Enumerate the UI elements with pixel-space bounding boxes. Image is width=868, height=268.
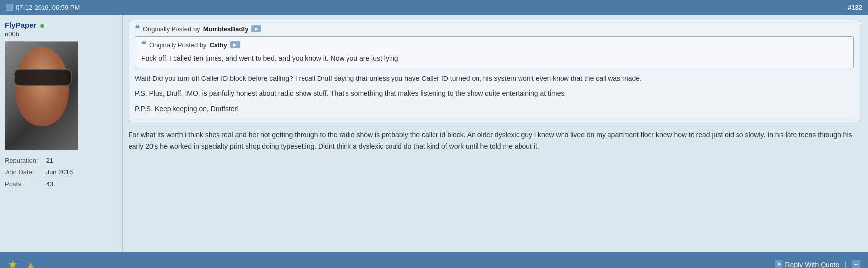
quote-mumblesbadly: ❝ Originally Posted by MumblesBadly ▶ ❝ … (129, 20, 860, 122)
quote-cathy: ❝ Originally Posted by Cathy ▶ Fuck off.… (135, 36, 854, 68)
reputation-value: 21 (46, 157, 53, 164)
post-paragraph-external: For what its worth i think shes real and… (129, 129, 860, 152)
user-rank: n00b (5, 30, 117, 38)
footer-right: ❝ Reply With Quote | + (775, 260, 860, 268)
post-paragraph-ps: P.S. Plus, Druff, IMO, is painfully hone… (135, 88, 854, 99)
post-paragraph-main: Wait! Did you turn off Caller ID block b… (135, 73, 854, 84)
username-row: FlyPaper (5, 21, 117, 29)
quote-outer-author: MumblesBadly (203, 25, 249, 33)
reply-quote-label: Reply With Quote (785, 261, 840, 268)
quote-outer-prefix: Originally Posted by (143, 25, 200, 33)
quote-outer-mark: ❝ (135, 24, 140, 33)
avatar (5, 41, 78, 150)
footer-divider: | (844, 260, 847, 268)
join-date-row: Join Date: Jun 2016 (5, 166, 117, 178)
post-body: FlyPaper n00b Reputation: 21 Join Date: … (0, 15, 868, 252)
quote-inner-author: Cathy (210, 41, 227, 49)
quote-inner-mark: ❝ (141, 40, 146, 49)
username[interactable]: FlyPaper (5, 21, 36, 29)
post-content: ❝ Originally Posted by MumblesBadly ▶ ❝ … (123, 15, 868, 252)
online-indicator (40, 24, 44, 28)
quote-inner-prefix: Originally Posted by (149, 41, 207, 49)
warn-button[interactable]: ▲ (26, 259, 36, 268)
posts-label: Posts: (5, 178, 44, 190)
reputation-row: Reputation: 21 (5, 155, 117, 166)
post-header: 07-12-2016, 06:59 PM #132 (0, 0, 868, 15)
post-footer: ★ ▲ ❝ Reply With Quote | + (0, 252, 868, 268)
post-type-icon (6, 4, 13, 11)
post-paragraph-pps: P.P.S. Keep keeping on, Druffster! (135, 103, 854, 114)
posts-value: 43 (46, 180, 53, 188)
add-to-multiquote-button[interactable]: + (852, 260, 860, 268)
reputation-label: Reputation: (5, 155, 44, 166)
post-number: #132 (848, 4, 862, 11)
quote-outer-view-button[interactable]: ▶ (251, 25, 261, 32)
reply-quote-icon: ❝ (775, 260, 782, 268)
quote-outer-header: ❝ Originally Posted by MumblesBadly ▶ (135, 24, 854, 33)
user-panel: FlyPaper n00b Reputation: 21 Join Date: … (0, 15, 123, 252)
user-meta: Reputation: 21 Join Date: Jun 2016 Posts… (5, 155, 117, 190)
star-button[interactable]: ★ (8, 258, 18, 268)
quote-inner-view-button[interactable]: ▶ (230, 41, 240, 48)
posts-row: Posts: 43 (5, 178, 117, 190)
join-date-value: Jun 2016 (46, 168, 73, 176)
footer-left: ★ ▲ (8, 258, 36, 268)
join-date-label: Join Date: (5, 166, 44, 178)
post-header-left: 07-12-2016, 06:59 PM (6, 4, 80, 11)
quote-inner-text: Fuck off. I called ten times, and went t… (141, 53, 847, 64)
quote-inner-header: ❝ Originally Posted by Cathy ▶ (141, 40, 847, 49)
reply-with-quote-button[interactable]: ❝ Reply With Quote (775, 260, 840, 268)
post-datetime: 07-12-2016, 06:59 PM (16, 4, 80, 11)
